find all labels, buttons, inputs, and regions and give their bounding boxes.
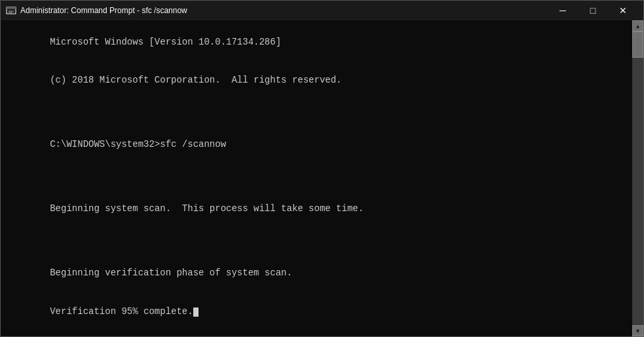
line-4: Beginning system scan. This process will…: [50, 203, 364, 214]
terminal-content[interactable]: Microsoft Windows [Version 10.0.17134.28…: [1, 20, 632, 336]
line-1: Microsoft Windows [Version 10.0.17134.28…: [50, 37, 281, 47]
close-button[interactable]: ✕: [608, 1, 638, 20]
scrollbar-thumb[interactable]: [632, 31, 643, 58]
scroll-down-button[interactable]: ▼: [632, 325, 643, 336]
title-bar: Administrator: Command Prompt - sfc /sca…: [1, 1, 643, 20]
terminal-output: Microsoft Windows [Version 10.0.17134.28…: [6, 23, 627, 331]
cursor: [193, 307, 199, 317]
terminal-container: Microsoft Windows [Version 10.0.17134.28…: [1, 20, 643, 336]
window-title: Administrator: Command Prompt - sfc /sca…: [20, 6, 548, 15]
scroll-up-button[interactable]: ▲: [632, 20, 643, 31]
maximize-button[interactable]: □: [578, 1, 608, 20]
cmd-window: Administrator: Command Prompt - sfc /sca…: [0, 0, 644, 337]
line-3: C:\WINDOWS\system32>sfc /scannow: [50, 139, 226, 149]
window-controls: ─ □ ✕: [548, 1, 638, 20]
line-2: (c) 2018 Microsoft Corporation. All righ…: [50, 75, 341, 85]
minimize-button[interactable]: ─: [548, 1, 578, 20]
scrollbar-track[interactable]: [632, 31, 643, 325]
line-6: Verification 95% complete.: [50, 306, 198, 317]
line-5: Beginning verification phase of system s…: [50, 268, 292, 278]
svg-rect-1: [7, 7, 16, 9]
window-icon: [6, 5, 16, 16]
scrollbar[interactable]: ▲ ▼: [632, 20, 643, 336]
